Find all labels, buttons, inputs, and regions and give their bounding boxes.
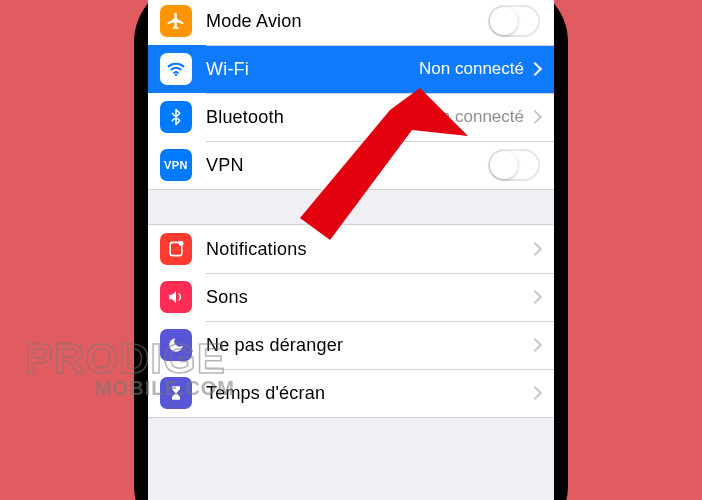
- group-gap: [148, 190, 554, 224]
- sounds-icon: [160, 281, 192, 313]
- settings-list: Mode Avion Wi-Fi Non connecté: [148, 0, 554, 418]
- wifi-icon: [160, 53, 192, 85]
- airplane-toggle[interactable]: [488, 5, 540, 37]
- phone-frame: Mode Avion Wi-Fi Non connecté: [136, 0, 566, 500]
- svg-point-2: [179, 241, 184, 246]
- wifi-status: Non connecté: [419, 59, 524, 79]
- row-bluetooth[interactable]: Bluetooth Non connecté: [148, 93, 554, 141]
- settings-screen: Mode Avion Wi-Fi Non connecté: [148, 0, 554, 500]
- row-notifications[interactable]: Notifications: [148, 225, 554, 273]
- row-dnd[interactable]: Ne pas déranger: [148, 321, 554, 369]
- chevron-right-icon: [528, 290, 542, 304]
- chevron-right-icon: [528, 338, 542, 352]
- airplane-icon: [160, 5, 192, 37]
- chevron-right-icon: [528, 242, 542, 256]
- bluetooth-icon: [160, 101, 192, 133]
- notifications-icon: [160, 233, 192, 265]
- vpn-icon-text: VPN: [164, 159, 188, 171]
- row-label: Notifications: [206, 239, 530, 260]
- row-label: Sons: [206, 287, 530, 308]
- row-label: Bluetooth: [206, 107, 419, 128]
- row-screentime[interactable]: Temps d'écran: [148, 369, 554, 417]
- hourglass-icon: [160, 377, 192, 409]
- row-vpn[interactable]: VPN VPN: [148, 141, 554, 189]
- row-label: Mode Avion: [206, 11, 488, 32]
- chevron-right-icon: [528, 110, 542, 124]
- bluetooth-status: Non connecté: [419, 107, 524, 127]
- row-wifi[interactable]: Wi-Fi Non connecté: [148, 45, 554, 93]
- row-label: Wi-Fi: [206, 59, 419, 80]
- row-label: Temps d'écran: [206, 383, 530, 404]
- moon-icon: [160, 329, 192, 361]
- row-airplane-mode[interactable]: Mode Avion: [148, 0, 554, 45]
- settings-group-notifications: Notifications Sons Ne: [148, 224, 554, 418]
- chevron-right-icon: [528, 386, 542, 400]
- svg-point-0: [175, 74, 177, 76]
- row-sounds[interactable]: Sons: [148, 273, 554, 321]
- vpn-icon: VPN: [160, 149, 192, 181]
- row-label: Ne pas déranger: [206, 335, 530, 356]
- chevron-right-icon: [528, 62, 542, 76]
- row-label: VPN: [206, 155, 488, 176]
- settings-group-connectivity: Mode Avion Wi-Fi Non connecté: [148, 0, 554, 190]
- vpn-toggle[interactable]: [488, 149, 540, 181]
- stage: Mode Avion Wi-Fi Non connecté: [0, 0, 702, 500]
